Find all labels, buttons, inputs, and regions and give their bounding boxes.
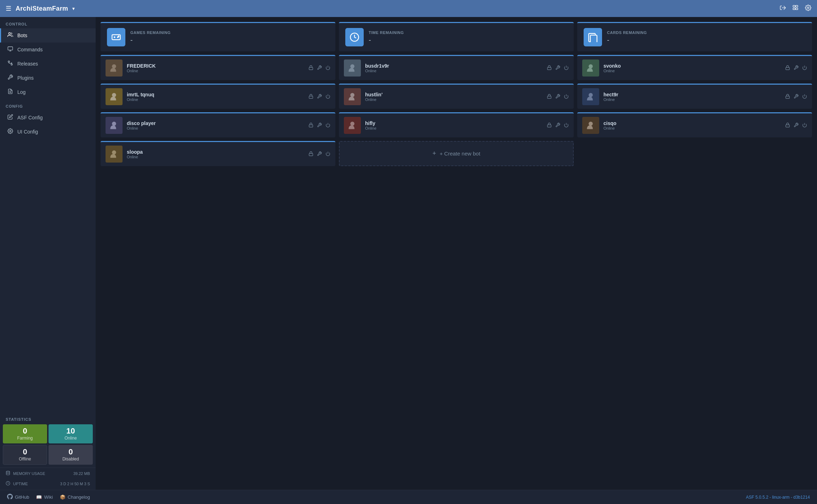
bot-card-frederick: FREDERICK Online bbox=[101, 55, 335, 80]
bot-power-icon-disco-player[interactable] bbox=[325, 123, 330, 129]
bot-wrench-icon-imrtl-tqnuq[interactable] bbox=[317, 94, 322, 100]
sidebar-item-log[interactable]: Log bbox=[0, 85, 96, 99]
svg-point-14 bbox=[6, 471, 10, 472]
svg-point-38 bbox=[589, 122, 593, 126]
statistics-section: STATISTICS 0 Farming 10 Online 0 Offline… bbox=[0, 411, 96, 490]
time-remaining-card: TIME REMAINING - bbox=[339, 22, 574, 51]
bot-lock-icon-frederick[interactable] bbox=[308, 65, 313, 71]
bot-wrench-icon-disco-player[interactable] bbox=[317, 123, 322, 129]
bot-avatar-hustlin bbox=[344, 88, 361, 105]
header-left: ☰ ArchiSteamFarm ▾ bbox=[6, 5, 75, 12]
cards-icon bbox=[584, 28, 602, 46]
bot-power-icon-busdr1v9r[interactable] bbox=[564, 65, 569, 71]
bot-lock-icon-sloopa[interactable] bbox=[308, 151, 313, 157]
changelog-link[interactable]: 📦 Changelog bbox=[60, 494, 90, 500]
bot-lock-icon-svonko[interactable] bbox=[785, 65, 790, 71]
bot-lock-icon-busdr1v9r[interactable] bbox=[547, 65, 552, 71]
uptime-row: UPTIME 3 D 2 H 50 M 3 S bbox=[0, 479, 96, 490]
bot-status-disco-player: Online bbox=[127, 126, 304, 130]
share-icon[interactable] bbox=[779, 5, 786, 12]
bot-wrench-icon-hustlin[interactable] bbox=[555, 94, 560, 100]
bot-card-hustlin: hustlin' Online bbox=[339, 84, 574, 109]
svg-rect-35 bbox=[309, 125, 313, 127]
games-remaining-label: GAMES REMAINING bbox=[130, 30, 171, 35]
bot-wrench-icon-frederick[interactable] bbox=[317, 65, 322, 71]
bot-lock-icon-cisqo[interactable] bbox=[785, 123, 790, 129]
bot-name-hect9r: hect9r bbox=[603, 92, 781, 97]
bot-actions-svonko bbox=[785, 65, 807, 71]
releases-icon bbox=[7, 60, 14, 67]
bot-power-icon-svonko[interactable] bbox=[802, 65, 807, 71]
uptime-label: UPTIME bbox=[13, 482, 28, 486]
sidebar-item-releases[interactable]: Releases bbox=[0, 57, 96, 71]
online-count: 10 bbox=[66, 427, 75, 435]
bot-name-imrtl-tqnuq: imrtL tqnuq bbox=[127, 92, 304, 97]
bot-card-imrtl-tqnuq: imrtL tqnuq Online bbox=[101, 84, 335, 109]
sidebar-item-commands[interactable]: Commands bbox=[0, 43, 96, 57]
bot-info-frederick: FREDERICK Online bbox=[127, 63, 304, 73]
bot-actions-imrtl-tqnuq bbox=[308, 94, 330, 100]
memory-row: MEMORY USAGE 39.22 MB bbox=[0, 468, 96, 479]
bot-power-icon-sloopa[interactable] bbox=[325, 151, 330, 157]
svg-point-9 bbox=[11, 64, 12, 65]
bot-power-icon-hect9r[interactable] bbox=[802, 94, 807, 100]
bot-avatar-disco-player bbox=[106, 117, 123, 134]
sidebar: CONTROL Bots Commands Releases Plugins bbox=[0, 17, 96, 490]
bot-avatar-svonko bbox=[582, 60, 599, 77]
svg-point-26 bbox=[589, 64, 593, 69]
bot-avatar-hect9r bbox=[582, 88, 599, 105]
main-layout: CONTROL Bots Commands Releases Plugins bbox=[0, 17, 817, 490]
bot-lock-icon-hect9r[interactable] bbox=[785, 94, 790, 100]
svg-rect-3 bbox=[796, 8, 798, 10]
disabled-label: Disabled bbox=[62, 457, 79, 461]
bot-wrench-icon-hifly[interactable] bbox=[555, 123, 560, 129]
sidebar-item-bots[interactable]: Bots bbox=[0, 28, 96, 43]
farming-count: 0 bbox=[23, 427, 27, 435]
cards-remaining-value: - bbox=[607, 36, 647, 44]
hamburger-menu[interactable]: ☰ bbox=[6, 5, 11, 12]
bot-info-hustlin: hustlin' Online bbox=[365, 92, 543, 102]
bot-power-icon-imrtl-tqnuq[interactable] bbox=[325, 94, 330, 100]
settings-icon[interactable] bbox=[805, 5, 811, 12]
bot-actions-busdr1v9r bbox=[547, 65, 569, 71]
uptime-value: 3 D 2 H 50 M 3 S bbox=[60, 482, 90, 486]
bot-status-sloopa: Online bbox=[127, 155, 304, 159]
sidebar-item-asf-config[interactable]: ASF Config bbox=[0, 111, 96, 125]
bot-wrench-icon-sloopa[interactable] bbox=[317, 151, 322, 157]
bot-power-icon-frederick[interactable] bbox=[325, 65, 330, 71]
svg-rect-37 bbox=[547, 125, 551, 127]
bot-card-busdr1v9r: busdr1v9r Online bbox=[339, 55, 574, 80]
bot-card-hifly: hifly Online bbox=[339, 112, 574, 137]
translate-icon[interactable] bbox=[792, 5, 799, 12]
releases-label: Releases bbox=[17, 61, 38, 67]
bot-power-icon-cisqo[interactable] bbox=[802, 123, 807, 129]
bot-power-icon-hustlin[interactable] bbox=[564, 94, 569, 100]
bot-power-icon-hifly[interactable] bbox=[564, 123, 569, 129]
svg-rect-23 bbox=[309, 67, 313, 69]
bot-wrench-icon-cisqo[interactable] bbox=[794, 123, 799, 129]
svg-rect-31 bbox=[547, 96, 551, 98]
wiki-link[interactable]: 📖 Wiki bbox=[36, 494, 53, 500]
bot-lock-icon-imrtl-tqnuq[interactable] bbox=[308, 94, 313, 100]
title-chevron[interactable]: ▾ bbox=[72, 6, 75, 11]
header: ☰ ArchiSteamFarm ▾ bbox=[0, 0, 817, 17]
bot-lock-icon-hifly[interactable] bbox=[547, 123, 552, 129]
sidebar-item-plugins[interactable]: Plugins bbox=[0, 71, 96, 85]
bot-avatar-busdr1v9r bbox=[344, 60, 361, 77]
create-bot-button[interactable]: + + Create new bot bbox=[339, 141, 574, 166]
bot-actions-hect9r bbox=[785, 94, 807, 100]
stat-offline: 0 Offline bbox=[3, 445, 47, 465]
sidebar-item-ui-config[interactable]: UI Config bbox=[0, 125, 96, 139]
svg-point-18 bbox=[118, 36, 119, 37]
bot-wrench-icon-hect9r[interactable] bbox=[794, 94, 799, 100]
github-link[interactable]: GitHub bbox=[7, 494, 29, 500]
bot-wrench-icon-svonko[interactable] bbox=[794, 65, 799, 71]
bot-lock-icon-hustlin[interactable] bbox=[547, 94, 552, 100]
bot-avatar-frederick bbox=[106, 60, 123, 77]
bot-card-svonko: svonko Online bbox=[577, 55, 812, 80]
bot-card-disco-player: disco player Online bbox=[101, 112, 335, 137]
bot-avatar-hifly bbox=[344, 117, 361, 134]
bot-lock-icon-disco-player[interactable] bbox=[308, 123, 313, 129]
memory-label: MEMORY USAGE bbox=[13, 471, 45, 476]
bot-wrench-icon-busdr1v9r[interactable] bbox=[555, 65, 560, 71]
